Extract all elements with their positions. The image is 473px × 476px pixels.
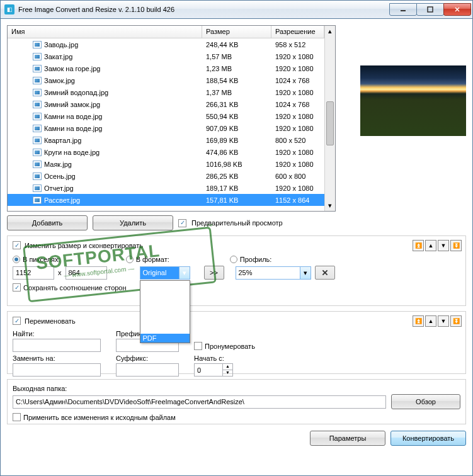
table-row[interactable]: Закат.jpg1,57 MB1920 x 1080 bbox=[8, 50, 324, 62]
format-option[interactable]: BMP bbox=[140, 307, 190, 316]
rename-checkbox[interactable] bbox=[13, 317, 21, 325]
profile-combo[interactable]: 25% ▾ bbox=[236, 266, 311, 280]
file-size: 550,94 KB bbox=[202, 113, 271, 120]
table-row[interactable]: Заводь.jpg248,44 KB958 x 512 bbox=[8, 38, 324, 50]
table-row[interactable]: Замок на горе.jpg1,23 MB1920 x 1080 bbox=[8, 62, 324, 74]
file-name: Зимний водопад.jpg bbox=[44, 89, 108, 96]
scroll-up-icon[interactable]: ▴ bbox=[325, 26, 335, 37]
file-res: 1152 x 864 bbox=[271, 196, 324, 204]
scroll-thumb[interactable] bbox=[326, 101, 334, 145]
format-option[interactable]: JPG bbox=[140, 290, 190, 298]
file-res: 1920 x 1080 bbox=[271, 125, 324, 132]
minimize-button[interactable] bbox=[389, 3, 417, 16]
format-dropdown[interactable]: OriginalJPGPNGBMPGIFTGAPDF bbox=[140, 280, 190, 343]
col-res[interactable]: Разрешение bbox=[271, 26, 324, 38]
file-name: Замок на горе.jpg bbox=[44, 65, 100, 72]
file-size: 474,86 KB bbox=[202, 149, 271, 156]
file-name: Зимний замок.jpg bbox=[44, 101, 100, 108]
rename-title: Переименовать bbox=[25, 317, 76, 325]
image-file-icon bbox=[33, 101, 42, 108]
scroll-down-icon[interactable]: ▾ bbox=[325, 200, 335, 211]
chevron-down-icon[interactable]: ▾ bbox=[300, 267, 311, 279]
section-down-icon[interactable]: ▼ bbox=[438, 240, 449, 251]
preview-checkbox[interactable] bbox=[178, 219, 186, 227]
suffix-input[interactable] bbox=[116, 363, 179, 377]
table-row[interactable]: Зимний замок.jpg266,31 KB1024 x 768 bbox=[8, 98, 324, 110]
file-size: 1,23 MB bbox=[202, 65, 271, 72]
file-res: 1920 x 1080 bbox=[271, 149, 324, 156]
table-row[interactable]: Камни на воде.jpg907,09 KB1920 x 1080 bbox=[8, 122, 324, 134]
file-size: 169,89 KB bbox=[202, 137, 271, 144]
height-input[interactable] bbox=[66, 266, 107, 280]
table-row[interactable]: Замок.jpg188,54 KB1024 x 768 bbox=[8, 74, 324, 86]
col-size[interactable]: Размер bbox=[202, 26, 271, 38]
params-button[interactable]: Параметры bbox=[310, 431, 385, 446]
apply-source-checkbox[interactable] bbox=[13, 413, 21, 421]
convert-button[interactable]: Конвертировать bbox=[390, 431, 466, 446]
file-res: 1920 x 1080 bbox=[271, 89, 324, 96]
table-row[interactable]: Зимний водопад.jpg1,37 MB1920 x 1080 bbox=[8, 86, 324, 98]
format-option[interactable]: TGA bbox=[140, 325, 190, 334]
table-row[interactable]: Маяк.jpg1016,98 KB1920 x 1080 bbox=[8, 158, 324, 170]
output-path-input[interactable] bbox=[13, 395, 386, 409]
image-file-icon bbox=[33, 77, 42, 84]
table-row[interactable]: Камни на воде.jpg550,94 KB1920 x 1080 bbox=[8, 110, 324, 122]
section-first-icon[interactable]: ⏫ bbox=[413, 240, 424, 251]
format-option[interactable]: GIF bbox=[140, 316, 190, 325]
add-button[interactable]: Добавить bbox=[7, 215, 88, 230]
format-option[interactable]: Original bbox=[140, 281, 190, 290]
file-size: 189,17 KB bbox=[202, 184, 271, 192]
spin-down-icon[interactable]: ▼ bbox=[223, 370, 232, 376]
svg-rect-1 bbox=[428, 7, 433, 12]
find-label: Найти: bbox=[13, 330, 101, 337]
remove-button[interactable]: Удалить bbox=[93, 215, 173, 230]
file-size: 907,09 KB bbox=[202, 125, 271, 132]
format-value: Original bbox=[140, 269, 179, 276]
apply-format-button[interactable]: >> bbox=[204, 266, 224, 280]
preview-image bbox=[360, 65, 466, 136]
col-name[interactable]: Имя bbox=[8, 26, 202, 38]
file-res: 1024 x 768 bbox=[271, 101, 324, 108]
section-last-icon[interactable]: ⏬ bbox=[450, 315, 462, 327]
find-input[interactable] bbox=[13, 339, 101, 352]
keep-ratio-checkbox[interactable] bbox=[13, 283, 21, 292]
format-radio[interactable] bbox=[126, 256, 134, 263]
chevron-down-icon[interactable]: ▾ bbox=[179, 267, 190, 279]
table-row[interactable]: Осень.jpg286,25 KB600 x 800 bbox=[8, 170, 324, 182]
table-row[interactable]: Отчет.jpg189,17 KB1920 x 1080 bbox=[8, 182, 324, 194]
file-name: Камни на воде.jpg bbox=[44, 113, 102, 120]
titlebar[interactable]: ◧ Free Image Convert and Resize v. 2.1.1… bbox=[0, 0, 473, 19]
section-up-icon[interactable]: ▲ bbox=[425, 315, 436, 327]
format-label: В формат: bbox=[136, 256, 169, 263]
profile-radio[interactable] bbox=[230, 256, 237, 263]
number-checkbox[interactable] bbox=[194, 342, 202, 350]
delete-profile-button[interactable] bbox=[315, 266, 335, 280]
width-input[interactable] bbox=[13, 266, 54, 280]
file-res: 1920 x 1080 bbox=[271, 113, 324, 120]
browse-button[interactable]: Обзор bbox=[391, 394, 460, 409]
maximize-button[interactable] bbox=[416, 3, 444, 16]
pixels-radio[interactable] bbox=[13, 256, 20, 263]
format-option[interactable]: PDF bbox=[140, 334, 190, 343]
preview-label: Предварительный просмотр bbox=[191, 219, 283, 227]
section-last-icon[interactable]: ⏬ bbox=[450, 240, 462, 251]
replace-input[interactable] bbox=[13, 363, 101, 377]
table-row[interactable]: Рассвет.jpg157,81 KB1152 x 864 bbox=[8, 194, 324, 206]
file-name: Маяк.jpg bbox=[44, 161, 72, 168]
section-up-icon[interactable]: ▲ bbox=[425, 240, 436, 251]
format-combo[interactable]: Original ▾ OriginalJPGPNGBMPGIFTGAPDF bbox=[140, 266, 190, 280]
file-list[interactable]: Имя Размер Разрешение Заводь.jpg248,44 K… bbox=[7, 25, 336, 212]
image-file-icon bbox=[33, 125, 42, 132]
section-down-icon[interactable]: ▼ bbox=[438, 315, 449, 327]
rename-section: Переименовать ⏫ ▲ ▼ ⏬ Найти: Префикс: Пр… bbox=[7, 311, 466, 374]
section-first-icon[interactable]: ⏫ bbox=[413, 315, 424, 327]
format-option[interactable]: PNG bbox=[140, 298, 190, 307]
resize-checkbox[interactable] bbox=[13, 241, 21, 249]
list-scrollbar[interactable]: ▴ ▾ bbox=[324, 26, 335, 211]
table-row[interactable]: Квартал.jpg169,89 KB800 x 520 bbox=[8, 134, 324, 146]
spin-up-icon[interactable]: ▲ bbox=[223, 364, 232, 370]
close-button[interactable] bbox=[443, 3, 471, 16]
table-row[interactable]: Круги на воде.jpg474,86 KB1920 x 1080 bbox=[8, 146, 324, 158]
start-input[interactable] bbox=[194, 363, 223, 377]
image-file-icon bbox=[33, 184, 42, 192]
